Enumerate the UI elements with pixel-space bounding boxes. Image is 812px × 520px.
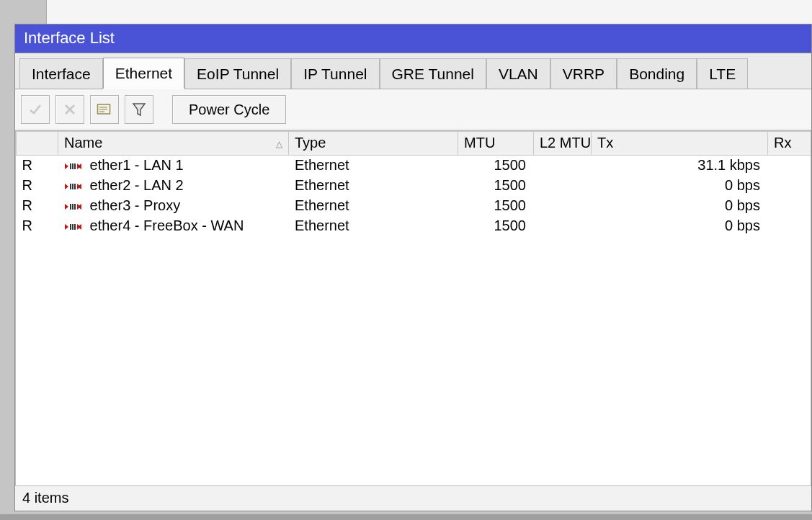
column-header-tx[interactable]: Tx xyxy=(592,132,768,156)
ethernet-interface-icon xyxy=(64,221,83,233)
table-empty-area[interactable] xyxy=(16,236,811,470)
svg-marker-6 xyxy=(133,104,145,115)
tab-ethernet[interactable]: Ethernet xyxy=(103,58,184,89)
row-type: Ethernet xyxy=(289,156,458,176)
row-type: Ethernet xyxy=(289,176,458,196)
table-row[interactable]: R ether2 - LAN 2Ethernet15000 bps xyxy=(17,176,811,196)
row-name-cell: ether3 - Proxy xyxy=(58,196,289,216)
column-header-mtu[interactable]: MTU xyxy=(458,132,534,156)
svg-rect-15 xyxy=(72,184,73,189)
svg-rect-10 xyxy=(74,163,76,169)
column-header-name-label: Name xyxy=(64,135,102,151)
tab-gre-tunnel[interactable]: GRE Tunnel xyxy=(380,58,486,89)
ethernet-interface-icon xyxy=(64,161,83,172)
parent-window-toolbar-remnant xyxy=(46,0,812,24)
row-name: ether2 - LAN 2 xyxy=(90,177,184,193)
row-rx xyxy=(768,176,811,196)
x-icon xyxy=(63,102,77,117)
row-rx xyxy=(768,196,811,216)
table-row[interactable]: R ether1 - LAN 1Ethernet150031.1 kbps xyxy=(17,156,811,176)
svg-marker-25 xyxy=(65,224,68,230)
power-cycle-button[interactable]: Power Cycle xyxy=(172,95,286,124)
tab-bonding[interactable]: Bonding xyxy=(617,58,697,89)
parent-window-shadow xyxy=(0,514,812,520)
row-name: ether4 - FreeBox - WAN xyxy=(90,218,244,233)
funnel-icon xyxy=(132,102,146,117)
ethernet-interface-icon xyxy=(64,181,83,192)
row-mtu: 1500 xyxy=(458,196,534,216)
row-flag: R xyxy=(17,176,58,196)
tab-interface[interactable]: Interface xyxy=(19,58,103,89)
filter-button[interactable] xyxy=(125,95,153,124)
tab-vrrp[interactable]: VRRP xyxy=(550,58,617,89)
svg-marker-13 xyxy=(65,184,68,189)
row-name-cell: ether2 - LAN 2 xyxy=(58,176,289,196)
tab-eoip-tunnel[interactable]: EoIP Tunnel xyxy=(184,58,291,89)
check-icon xyxy=(28,102,43,117)
table-row[interactable]: R ether4 - FreeBox - WANEthernet15000 bp… xyxy=(17,216,811,236)
column-header-type[interactable]: Type xyxy=(289,132,458,156)
row-tx: 0 bps xyxy=(592,176,768,196)
interface-table: Name △ Type MTU L2 MTU Tx Rx R xyxy=(15,130,811,488)
svg-rect-8 xyxy=(70,163,71,169)
table-row[interactable]: R ether3 - ProxyEthernet15000 bps xyxy=(17,196,811,216)
row-tx: 31.1 kbps xyxy=(592,156,768,176)
row-mtu: 1500 xyxy=(458,176,534,196)
status-bar: 4 items xyxy=(15,485,811,511)
row-l2mtu xyxy=(534,196,592,216)
row-l2mtu xyxy=(534,156,592,176)
svg-marker-18 xyxy=(77,184,81,189)
toolbar: Power Cycle xyxy=(15,89,811,130)
row-tx: 0 bps xyxy=(592,196,768,216)
row-flag: R xyxy=(17,156,58,176)
svg-rect-14 xyxy=(70,184,71,189)
column-header-rx[interactable]: Rx xyxy=(768,132,811,156)
row-flag: R xyxy=(17,216,58,236)
svg-marker-24 xyxy=(77,204,81,210)
column-header-l2mtu[interactable]: L2 MTU xyxy=(534,132,592,156)
table-header-row: Name △ Type MTU L2 MTU Tx Rx xyxy=(17,132,811,156)
row-name: ether3 - Proxy xyxy=(90,197,181,213)
row-l2mtu xyxy=(534,176,592,196)
row-tx: 0 bps xyxy=(592,216,768,236)
tab-ip-tunnel[interactable]: IP Tunnel xyxy=(291,58,379,89)
row-type: Ethernet xyxy=(289,216,458,236)
svg-rect-16 xyxy=(74,184,76,189)
comment-button[interactable] xyxy=(90,95,119,124)
svg-rect-20 xyxy=(70,204,71,210)
svg-rect-22 xyxy=(74,204,76,210)
row-name-cell: ether1 - LAN 1 xyxy=(58,156,289,176)
svg-rect-26 xyxy=(70,224,71,230)
svg-rect-21 xyxy=(72,204,73,210)
row-flag: R xyxy=(17,196,58,216)
row-type: Ethernet xyxy=(289,196,458,216)
row-mtu: 1500 xyxy=(458,216,534,236)
tab-bar: Interface Ethernet EoIP Tunnel IP Tunnel… xyxy=(15,53,811,89)
row-mtu: 1500 xyxy=(458,156,534,176)
disable-button[interactable] xyxy=(55,95,84,124)
column-header-flag[interactable] xyxy=(17,132,58,156)
column-header-name[interactable]: Name △ xyxy=(58,132,289,156)
window-title[interactable]: Interface List xyxy=(15,24,811,53)
svg-rect-27 xyxy=(72,224,73,230)
sort-ascending-icon: △ xyxy=(276,139,282,149)
tab-lte[interactable]: LTE xyxy=(697,58,748,89)
svg-rect-9 xyxy=(72,163,73,169)
interface-list-window: Interface List Interface Ethernet EoIP T… xyxy=(14,24,812,511)
status-items-count: 4 items xyxy=(22,490,68,506)
svg-marker-12 xyxy=(77,163,81,169)
tab-vlan[interactable]: VLAN xyxy=(486,58,550,89)
enable-button[interactable] xyxy=(21,95,50,124)
svg-marker-30 xyxy=(77,224,81,230)
row-rx xyxy=(768,156,811,176)
row-rx xyxy=(768,216,811,236)
row-l2mtu xyxy=(534,216,592,236)
ethernet-interface-icon xyxy=(64,201,83,212)
row-name: ether1 - LAN 1 xyxy=(90,157,184,173)
note-icon xyxy=(97,103,112,116)
svg-rect-28 xyxy=(74,224,76,230)
svg-marker-19 xyxy=(65,204,68,210)
svg-marker-7 xyxy=(65,163,68,169)
row-name-cell: ether4 - FreeBox - WAN xyxy=(58,216,289,236)
